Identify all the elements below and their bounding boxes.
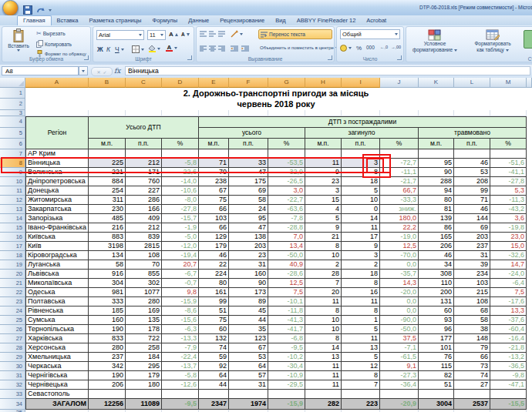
cell-M14[interactable]: 3,6 <box>490 214 527 223</box>
cell-F31[interactable]: 57 <box>229 371 268 380</box>
cell-J19[interactable]: 0,0 <box>380 260 419 270</box>
cell-K25[interactable]: 93 <box>419 316 454 325</box>
header-sub-C6[interactable]: п.п. <box>126 139 162 149</box>
header-sub-G6[interactable]: % <box>268 139 305 149</box>
cell-H9[interactable]: 9 <box>305 168 342 177</box>
cell-B8[interactable]: 225 <box>89 159 126 168</box>
cell-M23[interactable]: -17,6 <box>490 297 527 306</box>
cell-D26[interactable]: -6,3 <box>162 325 199 334</box>
cell-J33[interactable] <box>380 390 419 399</box>
cell-M7[interactable] <box>490 149 527 159</box>
cell-F30[interactable]: 64 <box>229 362 268 371</box>
header-injured[interactable]: травмовано <box>419 128 527 139</box>
header-sub-L6[interactable]: п.п. <box>454 139 490 149</box>
row-header-21[interactable]: 21 <box>0 279 25 288</box>
cell-B16[interactable]: 883 <box>89 233 126 242</box>
cell-I7[interactable] <box>342 149 380 159</box>
cell-B26[interactable]: 190 <box>89 325 126 334</box>
column-header-B[interactable]: B <box>89 78 126 88</box>
cell-A25[interactable]: Сумська <box>25 316 89 325</box>
cell-D21[interactable]: -0,7 <box>162 279 199 288</box>
cell-D7[interactable] <box>162 149 199 159</box>
cell-L23[interactable]: 108 <box>454 297 490 306</box>
cell-I15[interactable]: 11 <box>342 223 380 233</box>
cell-D16[interactable]: -5,0 <box>162 233 199 242</box>
cell-G31[interactable]: -10,9 <box>268 371 305 380</box>
cell-H27[interactable]: 8 <box>305 334 342 343</box>
cell-E22[interactable]: 161 <box>199 288 229 297</box>
cell-L11[interactable]: 99 <box>454 186 490 196</box>
cell-C26[interactable]: 178 <box>126 325 162 334</box>
cell-E18[interactable]: 46 <box>199 251 229 260</box>
column-header-H[interactable]: H <box>305 78 342 88</box>
cell-L28[interactable]: 79 <box>454 343 490 353</box>
insert-function-icon[interactable]: fx <box>114 67 120 75</box>
cell-F17[interactable]: 203 <box>229 242 268 251</box>
name-box[interactable]: A8 <box>2 66 79 75</box>
cell-E10[interactable]: 238 <box>199 177 229 186</box>
cell-D24[interactable]: -8,6 <box>162 306 199 316</box>
cell-B23[interactable]: 333 <box>89 297 126 306</box>
cell-F9[interactable]: 47 <box>229 168 268 177</box>
cell-A24[interactable]: Рівненська <box>25 306 89 316</box>
cell-D14[interactable]: -15,7 <box>162 214 199 223</box>
increase-indent-icon[interactable] <box>241 45 249 52</box>
empty-cell[interactable] <box>342 110 380 116</box>
cell-K20[interactable]: 308 <box>419 270 454 279</box>
cell-D31[interactable]: -5,8 <box>162 371 199 380</box>
cell-A13[interactable]: Закарпатська <box>25 205 89 214</box>
cell-H23[interactable]: 11 <box>305 297 342 306</box>
cell-E11[interactable]: 67 <box>199 186 229 196</box>
cell-G24[interactable]: -11,8 <box>268 306 305 316</box>
cell-H22[interactable]: 20 <box>305 288 342 297</box>
cell-I32[interactable]: 7 <box>342 380 380 390</box>
cell-J21[interactable]: 14,3 <box>380 279 419 288</box>
format-as-table-button[interactable]: Форматировать как таблицу <box>465 29 520 53</box>
row-header-16[interactable]: 16 <box>0 233 25 242</box>
alignment-dialog-launcher-icon[interactable] <box>328 55 332 60</box>
cell-J16[interactable]: -19,0 <box>380 233 419 242</box>
cell-E21[interactable]: 80 <box>199 279 229 288</box>
cell-B28[interactable]: 280 <box>89 343 126 353</box>
header-sub-K6[interactable]: м.п. <box>419 139 454 149</box>
cell-C9[interactable]: 171 <box>126 168 162 177</box>
cell-K23[interactable]: 131 <box>419 297 454 306</box>
empty-cell[interactable] <box>25 110 89 116</box>
column-header-K[interactable]: K <box>419 78 454 88</box>
row-header-5[interactable]: 5 <box>0 128 25 139</box>
cell-C13[interactable]: 166 <box>126 205 162 214</box>
cell-G8[interactable]: -53,5 <box>268 159 305 168</box>
align-bottom-icon[interactable] <box>218 31 225 37</box>
cell-D22[interactable]: 9,8 <box>162 288 199 297</box>
cell-J14[interactable]: 180,0 <box>380 214 419 223</box>
cell-M17[interactable]: 15,0 <box>490 242 527 251</box>
conditional-formatting-button[interactable]: Условное форматирование <box>408 29 462 53</box>
grow-font-button[interactable]: А <box>169 32 178 37</box>
cell-H28[interactable]: 14 <box>305 343 342 353</box>
cell-A12[interactable]: Житомирська <box>25 196 89 205</box>
cell-C19[interactable]: 70 <box>126 260 162 270</box>
number-format-select[interactable]: Общий <box>340 29 400 39</box>
row-header-26[interactable]: 26 <box>0 325 25 334</box>
cell-F16[interactable]: 138 <box>229 233 268 242</box>
cell-K26[interactable]: 96 <box>419 325 454 334</box>
cell-F24[interactable]: 45 <box>229 306 268 316</box>
cut-button[interactable]: ✂ Вырезать <box>36 30 66 37</box>
cell-G34[interactable]: -15,9 <box>268 399 305 410</box>
cell-K8[interactable]: 95 <box>419 159 454 168</box>
cell-C8[interactable]: 212 <box>126 159 162 168</box>
cell-I23[interactable]: 11 <box>342 297 380 306</box>
cell-J32[interactable]: -36,4 <box>380 380 419 390</box>
name-box-dropdown[interactable] <box>79 66 88 75</box>
cell-I11[interactable]: 5 <box>342 186 380 196</box>
column-header-E[interactable]: E <box>199 78 229 88</box>
cell-E33[interactable] <box>199 390 229 399</box>
cell-A34[interactable]: ЗАГАЛОМ <box>25 399 89 410</box>
cell-H19[interactable]: 2 <box>305 260 342 270</box>
row-header-23[interactable]: 23 <box>0 297 25 306</box>
cell-K19[interactable]: 34 <box>419 260 454 270</box>
cell-K12[interactable]: 80 <box>419 196 454 205</box>
cell-D33[interactable] <box>162 390 199 399</box>
cell-C14[interactable]: 409 <box>126 214 162 223</box>
tab-Рецензирование[interactable]: Рецензирование <box>214 15 270 25</box>
